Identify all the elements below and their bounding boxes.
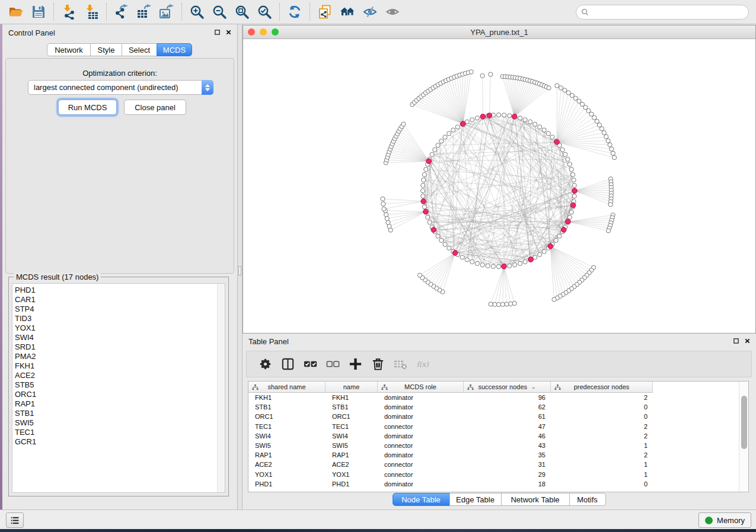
table-cell: ACE2 — [326, 461, 378, 468]
zoom-fit-icon[interactable] — [231, 1, 253, 23]
column-header-shared-name[interactable]: shared name — [248, 382, 326, 393]
mcds-result-node[interactable]: CAR1 — [15, 295, 36, 305]
mcds-result-node[interactable]: SWI4 — [15, 333, 36, 342]
mcds-result-node[interactable]: YOX1 — [15, 323, 36, 333]
mcds-result-node[interactable]: STB5 — [15, 380, 36, 390]
table-cell: SWI5 — [248, 442, 326, 449]
network-window-titlebar[interactable]: YPA_prune.txt_1 — [243, 25, 755, 39]
table-row[interactable]: TEC1TEC1connector472 — [248, 422, 739, 431]
tab-style[interactable]: Style — [90, 43, 122, 56]
criterion-select[interactable]: largest connected component (undirected) — [28, 80, 213, 95]
tab-network[interactable]: Network — [47, 43, 91, 56]
vertical-splitter-grip[interactable] — [238, 266, 241, 275]
zoom-in-icon[interactable] — [186, 1, 208, 23]
table-row[interactable]: PHD1PHD1dominator180 — [248, 479, 739, 489]
table-cell: SWI4 — [326, 432, 378, 440]
columns-icon[interactable] — [276, 353, 299, 376]
gear-icon[interactable] — [254, 353, 276, 376]
table-cell: 0 — [551, 413, 653, 420]
network-graph[interactable] — [243, 39, 755, 333]
table-row[interactable]: RAP1RAP1dominator352 — [248, 450, 739, 460]
memory-button[interactable]: Memory — [698, 512, 751, 528]
column-label: successor nodes — [478, 383, 527, 390]
column-header-predecessor-nodes[interactable]: predecessor nodes — [551, 382, 653, 393]
mcds-result-node[interactable]: ACE2 — [15, 371, 36, 380]
table-row[interactable]: ORC1ORC1dominator610 — [248, 412, 739, 421]
mcds-result-node[interactable]: SWI5 — [15, 418, 36, 428]
table-row[interactable]: YOX1YOX1connector291 — [248, 470, 739, 479]
mcds-result-node[interactable]: SRD1 — [15, 342, 36, 352]
mcds-result-node[interactable]: PMA2 — [15, 352, 36, 361]
column-header-MCDS-role[interactable]: MCDS role — [378, 382, 464, 393]
mcds-result-node[interactable]: PHD1 — [15, 286, 36, 295]
add-column-icon[interactable] — [344, 353, 366, 376]
tab-edge-table[interactable]: Edge Table — [449, 493, 502, 506]
table-row[interactable]: SWI5SWI5connector431 — [248, 441, 739, 450]
column-header-successor-nodes[interactable]: successor nodes⌄ — [464, 382, 551, 393]
show-panel-icon[interactable] — [381, 1, 404, 23]
mcds-result-list: PHD1CAR1STP4TID3YOX1SWI4SRD1PMA2FKH1ACE2… — [12, 283, 225, 493]
result-list-scrollbar[interactable] — [217, 284, 225, 492]
task-history-button[interactable] — [6, 512, 24, 528]
mcds-result-node[interactable]: TID3 — [15, 314, 36, 323]
go-home-icon[interactable] — [336, 1, 359, 23]
export-network-icon[interactable] — [110, 1, 133, 23]
table-row[interactable]: SWI4SWI4dominator462 — [248, 431, 739, 441]
mcds-result-node[interactable]: ORC1 — [15, 390, 36, 399]
close-panel-icon[interactable] — [224, 28, 232, 36]
import-table-icon[interactable] — [80, 1, 103, 23]
float-table-panel-icon[interactable] — [732, 336, 740, 345]
zoom-out-icon[interactable] — [208, 1, 231, 23]
save-session-icon[interactable] — [27, 1, 50, 23]
close-table-panel-icon[interactable] — [743, 336, 751, 345]
tab-mcds[interactable]: MCDS — [157, 43, 192, 56]
mcds-result-node[interactable]: FKH1 — [15, 361, 36, 371]
table-cell: 31 — [464, 461, 551, 468]
column-label: predecessor nodes — [574, 383, 630, 390]
network-canvas[interactable] — [243, 39, 755, 333]
refresh-icon[interactable] — [283, 1, 306, 23]
cytoscape-app-window: Control Panel NetworkStyleSelectMCDS Opt… — [0, 0, 756, 532]
control-panel-tabs: NetworkStyleSelectMCDS — [2, 43, 237, 56]
table-row[interactable]: ACE2ACE2connector311 — [248, 460, 739, 469]
import-network-icon[interactable] — [58, 1, 80, 23]
export-table-icon[interactable] — [133, 1, 155, 23]
export-image-icon[interactable] — [155, 1, 178, 23]
table-scrollbar-thumb[interactable] — [741, 396, 747, 449]
table-scrollbar[interactable] — [739, 382, 748, 492]
open-file-icon[interactable] — [5, 1, 27, 23]
table-row[interactable]: FKH1FKH1dominator962 — [248, 393, 739, 402]
hide-panel-icon[interactable] — [359, 1, 381, 23]
delete-column-icon[interactable] — [366, 353, 389, 376]
vertical-splitter[interactable] — [237, 24, 243, 509]
mcds-result-node[interactable]: TEC1 — [15, 428, 36, 437]
table-toolbar: f(x) — [246, 351, 752, 377]
column-label: shared name — [267, 383, 305, 390]
mcds-result-node[interactable]: STP4 — [15, 305, 36, 314]
mcds-result-node[interactable]: GCR1 — [15, 437, 36, 447]
search-input[interactable] — [589, 7, 748, 18]
run-mcds-button[interactable]: Run MCDS — [58, 100, 117, 115]
close-panel-button[interactable]: Close panel — [124, 100, 186, 115]
select-all-icon[interactable] — [299, 353, 321, 376]
tab-select[interactable]: Select — [122, 43, 157, 56]
table-cell: SWI4 — [248, 432, 326, 440]
table-cell: FKH1 — [326, 394, 378, 401]
table-row[interactable]: STB1STB1dominator620 — [248, 402, 739, 412]
mcds-result-node[interactable]: RAP1 — [15, 399, 36, 409]
column-label: MCDS role — [404, 383, 436, 390]
column-header-name[interactable]: name — [326, 382, 378, 393]
tab-network-table[interactable]: Network Table — [501, 493, 570, 506]
zoom-selected-icon[interactable] — [253, 1, 276, 23]
deselect-all-icon[interactable] — [321, 353, 344, 376]
table-cell: dominator — [378, 432, 464, 440]
mcds-result-node[interactable]: STB1 — [15, 409, 36, 418]
network-nodes — [381, 70, 617, 307]
clone-network-icon[interactable] — [314, 1, 336, 23]
table-cell: 47 — [464, 423, 551, 430]
tab-motifs[interactable]: Motifs — [569, 493, 606, 506]
mcds-result-title: MCDS result (17 nodes) — [14, 273, 101, 281]
column-type-icon — [554, 384, 561, 392]
tab-node-table[interactable]: Node Table — [393, 493, 450, 506]
float-panel-icon[interactable] — [213, 28, 221, 36]
